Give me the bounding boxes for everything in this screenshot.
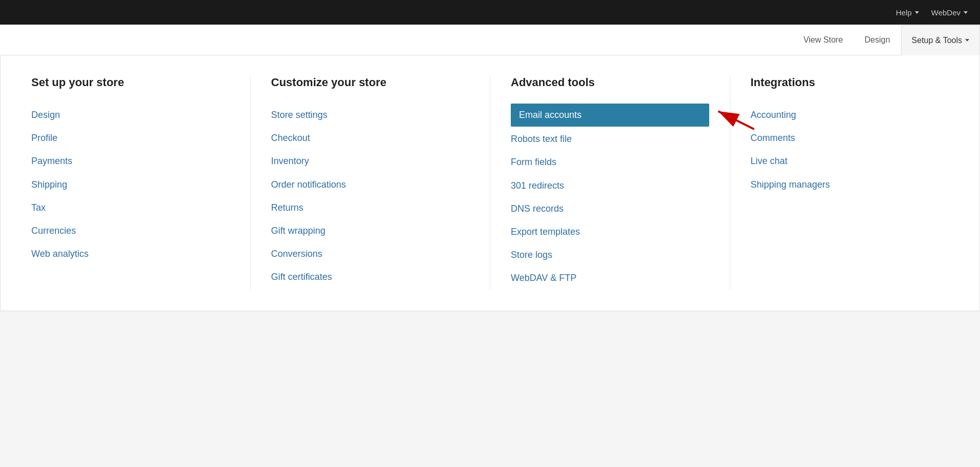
menu-item-returns[interactable]: Returns	[271, 196, 470, 219]
setup-column: Set up your store Design Profile Payment…	[31, 76, 251, 290]
customize-column-header: Customize your store	[271, 76, 470, 89]
webdev-chevron-icon	[964, 11, 968, 14]
menu-item-gift-certificates[interactable]: Gift certificates	[271, 266, 470, 289]
menu-item-conversions[interactable]: Conversions	[271, 242, 470, 266]
menu-item-order-notifications[interactable]: Order notifications	[271, 173, 470, 196]
svg-line-1	[718, 111, 754, 129]
setup-tools-chevron-icon	[965, 39, 969, 42]
webdev-menu[interactable]: WebDev	[931, 8, 968, 17]
integrations-column-header: Integrations	[751, 76, 949, 89]
menu-item-inventory[interactable]: Inventory	[271, 150, 470, 173]
menu-item-301-redirects[interactable]: 301 redirects	[511, 174, 709, 197]
secondary-nav: View Store Design Setup & Tools	[0, 25, 980, 55]
setup-tools-label: Setup & Tools	[912, 36, 962, 45]
design-nav-item[interactable]: Design	[854, 25, 901, 55]
setup-column-header: Set up your store	[31, 76, 230, 89]
advanced-column-header: Advanced tools	[511, 76, 709, 89]
help-chevron-icon	[915, 11, 919, 14]
menu-item-profile[interactable]: Profile	[31, 127, 230, 150]
help-menu[interactable]: Help	[896, 8, 919, 17]
menu-item-webdav-ftp[interactable]: WebDAV & FTP	[511, 267, 709, 290]
menu-item-comments[interactable]: Comments	[751, 127, 949, 150]
menu-item-shipping[interactable]: Shipping	[31, 173, 230, 196]
secondary-nav-items: View Store Design Setup & Tools	[793, 25, 980, 55]
menu-item-tax[interactable]: Tax	[31, 196, 230, 219]
menu-item-gift-wrapping[interactable]: Gift wrapping	[271, 219, 470, 242]
menu-item-store-logs[interactable]: Store logs	[511, 243, 709, 267]
design-label: Design	[865, 35, 890, 45]
dropdown-menu: Set up your store Design Profile Payment…	[0, 55, 980, 311]
menu-item-email-accounts[interactable]: Email accounts	[511, 104, 709, 127]
top-bar: Help WebDev	[0, 0, 980, 25]
menu-item-shipping-managers[interactable]: Shipping managers	[751, 173, 949, 196]
integrations-column: Integrations Accounting Comments Live ch…	[751, 76, 949, 290]
menu-item-robots-text-file[interactable]: Robots text file	[511, 128, 709, 151]
view-store-nav-item[interactable]: View Store	[793, 25, 854, 55]
menu-item-form-fields[interactable]: Form fields	[511, 151, 709, 174]
advanced-column: Advanced tools Email accounts Robots tex…	[511, 76, 730, 290]
menu-item-store-settings[interactable]: Store settings	[271, 104, 470, 127]
menu-item-accounting[interactable]: Accounting	[751, 104, 949, 127]
menu-item-payments[interactable]: Payments	[31, 150, 230, 173]
customize-column: Customize your store Store settings Chec…	[271, 76, 491, 290]
menu-item-dns-records[interactable]: DNS records	[511, 197, 709, 220]
setup-tools-nav-item[interactable]: Setup & Tools	[901, 25, 980, 55]
menu-item-design[interactable]: Design	[31, 104, 230, 127]
help-label: Help	[896, 8, 912, 17]
webdev-label: WebDev	[931, 8, 961, 17]
menu-item-export-templates[interactable]: Export templates	[511, 220, 709, 243]
menu-item-currencies[interactable]: Currencies	[31, 219, 230, 242]
view-store-label: View Store	[804, 35, 843, 45]
menu-item-web-analytics[interactable]: Web analytics	[31, 242, 230, 266]
menu-item-checkout[interactable]: Checkout	[271, 127, 470, 150]
menu-item-live-chat[interactable]: Live chat	[751, 150, 949, 173]
